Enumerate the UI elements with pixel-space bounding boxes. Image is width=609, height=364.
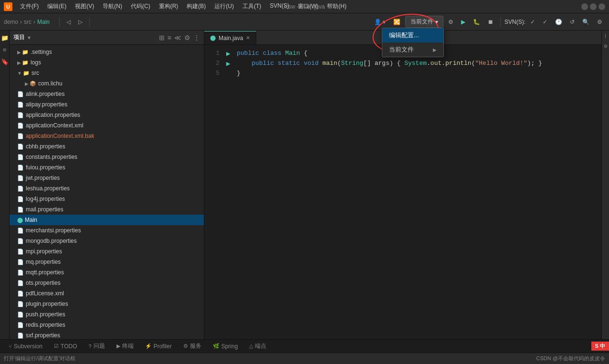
menu-code[interactable]: 代码(C): [127, 1, 154, 11]
tree-item-log4j[interactable]: 📄 log4j.properties: [10, 194, 204, 204]
tree-item-redis[interactable]: 📄 redis.properties: [10, 320, 204, 330]
editor-content[interactable]: 1 2 5 ▶ ▶ public class Main { public sta…: [204, 45, 601, 339]
tree-item-src[interactable]: ▼ 📁 src: [10, 68, 204, 78]
tree-item-application[interactable]: 📄 application.properties: [10, 110, 204, 120]
toolbar-search[interactable]: 🔍: [579, 17, 592, 27]
maximize-button[interactable]: □: [590, 3, 597, 10]
prop-icon: 📄: [17, 196, 24, 202]
endpoints-button[interactable]: △ 端点: [244, 341, 271, 351]
toolbar-run-debug-btn[interactable]: ⚙: [445, 17, 456, 27]
spring-button[interactable]: 🌿 Spring: [208, 342, 243, 351]
prop-icon: 📄: [17, 228, 24, 234]
close-button[interactable]: ✕: [598, 3, 605, 10]
sidebar-collapse-all-icon[interactable]: ≪: [174, 34, 181, 42]
svn-check-btn[interactable]: ✓: [527, 17, 538, 27]
toolbar-debug-btn[interactable]: 🐛: [470, 17, 483, 27]
breadcrumb-src[interactable]: src: [24, 19, 32, 25]
project-icon[interactable]: 📁: [0, 33, 10, 42]
toolbar-user-icon[interactable]: 👤 ▾: [371, 17, 388, 27]
editor-tab-main[interactable]: ⬤ Main.java ✕: [204, 31, 256, 44]
menu-tools[interactable]: 工具(T): [239, 1, 265, 11]
tree-item-jwt[interactable]: 📄 jwt.properties: [10, 173, 204, 183]
svn-history-btn[interactable]: 🕐: [552, 17, 565, 27]
sidebar-collapse-icon[interactable]: ≡: [168, 34, 171, 42]
prop-icon: 📄: [17, 322, 24, 328]
toolbar-run-btn[interactable]: ▶: [458, 17, 468, 27]
toolbar-stop-btn[interactable]: ⏹: [485, 17, 496, 27]
menu-view[interactable]: 视图(V): [71, 1, 98, 11]
tree-item-constants[interactable]: 📄 constants.properties: [10, 152, 204, 162]
menu-run[interactable]: 运行(U): [210, 1, 238, 11]
dropdown-arrow-icon: ▾: [435, 19, 438, 25]
tree-item-mongodb[interactable]: 📄 mongodb.properties: [10, 236, 204, 246]
tree-item-label: sxf.properties: [26, 332, 60, 339]
tree-item-ots[interactable]: 📄 ots.properties: [10, 278, 204, 288]
tree-item-label: alipay.properties: [26, 101, 67, 108]
menu-refactor[interactable]: 重构(R): [155, 1, 182, 11]
toolbar-redo[interactable]: ▷: [75, 17, 85, 27]
minimize-button[interactable]: —: [581, 3, 588, 10]
structure-icon[interactable]: ≡: [2, 45, 8, 54]
tree-item-mqtt[interactable]: 📄 mqtt.properties: [10, 267, 204, 278]
subversion-label: Subversion: [14, 343, 42, 350]
tree-item-appcontext-xml-bak[interactable]: 📄 applicationContext.xml.bak: [10, 131, 204, 141]
tree-item-label: applicationContext.xml.bak: [26, 133, 94, 139]
dropdown-item-edit-config[interactable]: 编辑配置...: [382, 28, 443, 42]
status-hint: 打开'编辑运行/调试配置'对话框: [4, 355, 75, 362]
svn-update-btn[interactable]: ✓: [540, 17, 550, 27]
tree-item-push[interactable]: 📄 push.properties: [10, 309, 204, 320]
breadcrumb-demo[interactable]: demo: [4, 19, 18, 25]
tree-item-settings[interactable]: ▶ 📁 .settings: [10, 47, 204, 57]
profiler-button[interactable]: ⚡ Profiler: [140, 342, 177, 351]
run-line-1[interactable]: ▶: [224, 49, 232, 59]
tree-item-fuiou[interactable]: 📄 fuiou.properties: [10, 162, 204, 173]
tree-item-alink[interactable]: 📄 alink.properties: [10, 89, 204, 99]
folder-icon: 📁: [23, 70, 30, 76]
run-line-2[interactable]: ▶: [224, 59, 232, 69]
right-panel-icon-1[interactable]: |: [602, 32, 609, 39]
breadcrumb-main[interactable]: Main: [37, 19, 50, 25]
sidebar-title: 项目: [13, 33, 25, 42]
current-file-dropdown[interactable]: 当前文件 ▾: [405, 16, 443, 28]
sidebar-expand-icon[interactable]: ⊞: [159, 34, 165, 42]
menu-navigate[interactable]: 导航(N): [99, 1, 126, 11]
menu-edit[interactable]: 编辑(E): [43, 1, 70, 11]
dropdown-item-current-file[interactable]: 当前文件 ▶: [382, 42, 443, 57]
prop-icon: 📄: [17, 301, 24, 307]
bookmarks-icon[interactable]: 🔖: [0, 57, 10, 66]
tree-item-pdflicense[interactable]: 📄 pdfLicense.xml: [10, 288, 204, 299]
tree-item-main[interactable]: ⬤ Main: [10, 215, 204, 225]
tree-item-leshua[interactable]: 📄 leshua.properties: [10, 183, 204, 194]
sidebar-more-icon[interactable]: ⋮: [193, 34, 200, 42]
tree-item-mail[interactable]: 📄 mail.properties: [10, 204, 204, 215]
terminal-button[interactable]: ▶ 终端: [112, 341, 138, 351]
tree-item-alipay[interactable]: 📄 alipay.properties: [10, 99, 204, 110]
toolbar-settings[interactable]: ⚙: [594, 17, 605, 27]
menu-file[interactable]: 文件(F): [16, 1, 42, 11]
tree-item-logs[interactable]: ▶ 📁 logs: [10, 57, 204, 68]
menu-build[interactable]: 构建(B): [183, 1, 210, 11]
toolbar-undo[interactable]: ◁: [63, 17, 74, 27]
toolbar-git-icon[interactable]: 🔀: [390, 17, 403, 27]
svn-revert-btn[interactable]: ↺: [567, 17, 578, 27]
tree-item-label: redis.properties: [26, 322, 65, 328]
tab-close-button[interactable]: ✕: [246, 35, 250, 41]
services-button[interactable]: ⚙ 服务: [178, 341, 206, 351]
tree-item-merchantsi[interactable]: 📄 merchantsi.properties: [10, 225, 204, 236]
tree-item-comlichu[interactable]: ▶ 📦 com.lichu: [10, 78, 204, 89]
problems-button[interactable]: ? 问题: [84, 341, 110, 351]
tree-item-plugin[interactable]: 📄 plugin.properties: [10, 299, 204, 309]
tree-item-mq[interactable]: 📄 mq.properties: [10, 257, 204, 267]
code-editor[interactable]: public class Main { public static void m…: [233, 45, 601, 339]
tree-item-appcontext-xml[interactable]: 📄 applicationContext.xml: [10, 120, 204, 131]
menu-help[interactable]: 帮助(H): [323, 1, 350, 11]
tree-item-sxf[interactable]: 📄 sxf.properties: [10, 330, 204, 339]
sidebar-settings-icon[interactable]: ⚙: [184, 34, 190, 42]
right-panel-icon-2[interactable]: ⚙: [602, 43, 609, 50]
todo-button[interactable]: ☑ TODO: [49, 342, 82, 351]
tree-item-mpi[interactable]: 📄 mpi.properties: [10, 246, 204, 257]
subversion-button[interactable]: ⑂ Subversion: [4, 342, 47, 351]
tree-item-cbhb[interactable]: 📄 cbhb.properties: [10, 141, 204, 152]
prop-icon: 📄: [17, 270, 24, 276]
app-logo: U: [4, 2, 12, 11]
